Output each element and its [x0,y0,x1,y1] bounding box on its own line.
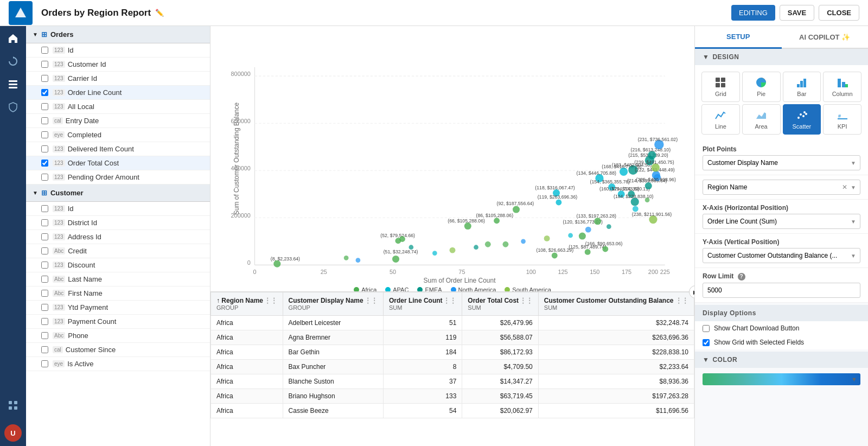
chart-type-area[interactable]: Area [742,104,781,135]
field-item: 123Id [26,202,210,216]
svg-point-101 [633,206,639,212]
chart-type-kpi[interactable]: # KPI [823,104,861,135]
y-axis-select[interactable]: Customer Customer Outstanding Balance (.… [703,248,860,263]
shield-icon[interactable] [7,101,19,113]
svg-rect-111 [842,82,845,87]
edit-title-icon[interactable]: ✏️ [155,9,164,17]
field-item: 123Ytd Payment [26,301,210,315]
col-region-name[interactable]: ↑ Region Name ⋮⋮ GROUP [211,292,283,316]
field-checkbox[interactable] [41,304,48,311]
close-button[interactable]: CLOSE [819,5,859,21]
table-row: AfricaBlanche Suston37$14,347.27$8,936.3… [211,374,694,389]
svg-point-91 [450,247,456,253]
field-checkbox[interactable] [41,276,48,283]
display-options-header: Display Options [695,305,868,321]
color-gradient-bar[interactable]: ▼ [703,373,860,385]
field-checkbox[interactable] [41,233,48,240]
customer-group-header[interactable]: ▼ ⊞ Customer [26,184,210,202]
refresh-icon[interactable] [7,55,19,67]
field-checkbox[interactable] [41,332,48,339]
editing-button[interactable]: EDITING [731,5,775,21]
data-icon[interactable] [7,78,19,90]
x-axis-select[interactable]: Order Line Count (Sum) [703,214,860,229]
svg-text:Sum of Order Line Count: Sum of Order Line Count [424,277,496,283]
field-checkbox[interactable] [41,174,48,181]
svg-rect-108 [800,81,803,87]
field-checkbox[interactable] [41,160,48,167]
svg-rect-7 [14,406,17,410]
col-order-total-cost[interactable]: Order Total Cost ⋮⋮ SUM [462,292,538,316]
show-grid-checkbox[interactable] [703,339,710,346]
chart-type-grid[interactable]: Grid [701,72,740,102]
plot-points-select[interactable]: Customer Display Name [703,155,860,170]
show-grid-row: Show Grid with Selected Fields [695,335,868,349]
field-checkbox[interactable] [41,318,48,325]
svg-text:(238, $211,901.56): (238, $211,901.56) [632,212,672,217]
legend-emea: EMEA [417,286,442,292]
svg-text:25: 25 [321,269,327,275]
field-checkbox[interactable] [41,247,48,254]
field-checkbox[interactable] [41,262,48,269]
tab-setup[interactable]: SETUP [695,26,782,49]
field-checkbox[interactable] [41,346,48,353]
col-customer-display-name[interactable]: Customer Display Name ⋮⋮ GROUP [283,292,383,316]
field-checkbox[interactable] [41,205,48,212]
color-bar-chevron[interactable]: ▼ [851,376,857,383]
field-item: 123Carrier Id [26,72,210,86]
chart-type-bar[interactable]: Bar [783,72,821,102]
svg-text:(118, $316,067.47): (118, $316,067.47) [535,185,575,190]
table-row: AfricaAdelbert Leicester51$26,479.96$32,… [211,316,694,330]
field-checkbox[interactable] [41,290,48,297]
chart-type-scatter[interactable]: Scatter [783,104,821,135]
svg-rect-105 [716,83,720,87]
right-panel: SETUP AI COPILOT ✨ ▼ DESIGN Grid Pie [694,26,868,446]
svg-point-48 [585,249,591,255]
field-checkbox[interactable] [41,219,48,226]
field-panel: ▼ ⊞ Orders 123Id123Customer Id123Carrier… [26,26,210,446]
save-button[interactable]: SAVE [780,5,814,21]
home-icon[interactable] [7,33,19,44]
field-item: 123Payment Count [26,315,210,329]
svg-point-36 [399,236,405,242]
svg-text:50: 50 [390,269,396,275]
orders-group-header[interactable]: ▼ ⊞ Orders [26,26,210,43]
field-checkbox[interactable] [41,145,48,152]
tab-ai-copilot[interactable]: AI COPILOT ✨ [782,26,869,48]
field-checkbox[interactable] [41,61,48,68]
field-checkbox[interactable] [41,47,48,54]
svg-text:0: 0 [247,259,251,266]
field-checkbox[interactable] [41,89,48,96]
field-checkbox[interactable] [41,117,48,124]
table-row: AfricaBax Puncher8$4,709.50$2,233.64 [211,360,694,374]
svg-text:800000: 800000 [231,71,251,77]
plot-points-select2[interactable]: Region Name [703,180,860,195]
svg-point-93 [502,241,508,247]
plot-points-remove-icon[interactable]: ✕ [842,183,847,191]
chart-type-line[interactable]: Line [701,104,740,135]
legend-africa: Africa [354,286,376,292]
user-avatar[interactable]: U [4,424,22,442]
show-download-checkbox[interactable] [703,325,710,332]
svg-text:150: 150 [590,269,599,275]
svg-text:(166, $90,653.06): (166, $90,653.06) [585,241,623,246]
plot-points-label: Plot Points [703,145,860,153]
field-checkbox[interactable] [41,360,48,367]
apps-icon[interactable] [7,399,19,411]
col-order-line-count[interactable]: Order Line Count ⋮⋮ SUM [383,292,462,316]
svg-point-95 [544,235,550,241]
legend-apac: APAC [385,286,409,292]
chart-type-pie[interactable]: Pie [742,72,781,102]
col-customer-outstanding-balance[interactable]: Customer Customer Outstanding Balance ⋮⋮… [538,292,694,316]
field-checkbox[interactable] [41,131,48,138]
svg-text:600000: 600000 [231,118,251,124]
chart-type-column[interactable]: Column [823,72,861,102]
svg-rect-120 [838,118,847,119]
data-grid[interactable]: ↑ Region Name ⋮⋮ GROUP Customer Display … [210,292,694,446]
field-checkbox[interactable] [41,75,48,82]
field-checkbox[interactable] [41,103,48,110]
svg-rect-1 [9,80,17,82]
row-limit-input[interactable] [703,283,860,298]
svg-text:(154, $365,355.76): (154, $365,355.76) [590,179,630,184]
design-section-arrow: ▼ [703,53,709,61]
icon-sidebar: U [0,26,26,446]
